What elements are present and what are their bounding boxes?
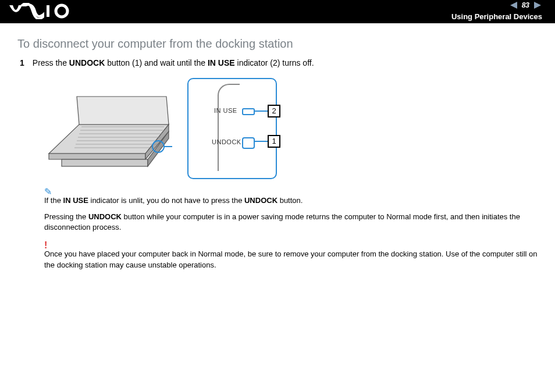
page-number: 83 xyxy=(522,1,529,9)
label-in-use: IN USE xyxy=(214,107,237,114)
note-1-text: If the IN USE indicator is unlit, you do… xyxy=(44,195,538,206)
callout-number-2: 2 xyxy=(268,105,280,117)
callout-number-1: 1 xyxy=(268,135,280,148)
leader-line-2 xyxy=(254,111,268,112)
step-text: Press the UNDOCK button (1) and wait unt… xyxy=(33,58,314,69)
in-use-indicator-icon xyxy=(242,108,255,115)
svg-marker-4 xyxy=(49,154,145,159)
svg-rect-0 xyxy=(47,5,49,17)
callout-panel: IN USE UNDOCK 2 1 xyxy=(187,78,277,179)
leader-line-1 xyxy=(254,141,268,142)
page-content: To disconnect your computer from the doc… xyxy=(0,23,555,270)
step-number: 1 xyxy=(20,58,24,69)
caution-block: ! Once you have placed your computer bac… xyxy=(44,241,538,270)
step-1: 1 Press the UNDOCK button (1) and wait u… xyxy=(20,58,538,69)
note-1: ✎ If the IN USE indicator is unlit, you … xyxy=(44,187,538,206)
dock-outline xyxy=(218,84,240,171)
svg-rect-6 xyxy=(62,159,148,166)
page-nav: 83 xyxy=(510,1,541,9)
svg-marker-3 xyxy=(77,97,169,124)
section-title: Using Peripheral Devices xyxy=(451,12,542,21)
label-undock: UNDOCK xyxy=(212,138,241,145)
next-page-icon[interactable] xyxy=(534,2,541,9)
header-bar: 83 Using Peripheral Devices xyxy=(0,0,555,23)
caution-text: Once you have placed your computer back … xyxy=(44,249,538,270)
undock-button-icon xyxy=(242,137,255,149)
figure: IN USE UNDOCK 2 1 xyxy=(44,78,538,179)
paragraph-1: Pressing the UNDOCK button while your co… xyxy=(44,212,538,233)
vaio-logo xyxy=(8,3,72,19)
svg-point-1 xyxy=(56,5,67,17)
page-heading: To disconnect your computer from the doc… xyxy=(17,37,538,51)
prev-page-icon[interactable] xyxy=(510,2,517,9)
laptop-illustration xyxy=(44,78,172,171)
